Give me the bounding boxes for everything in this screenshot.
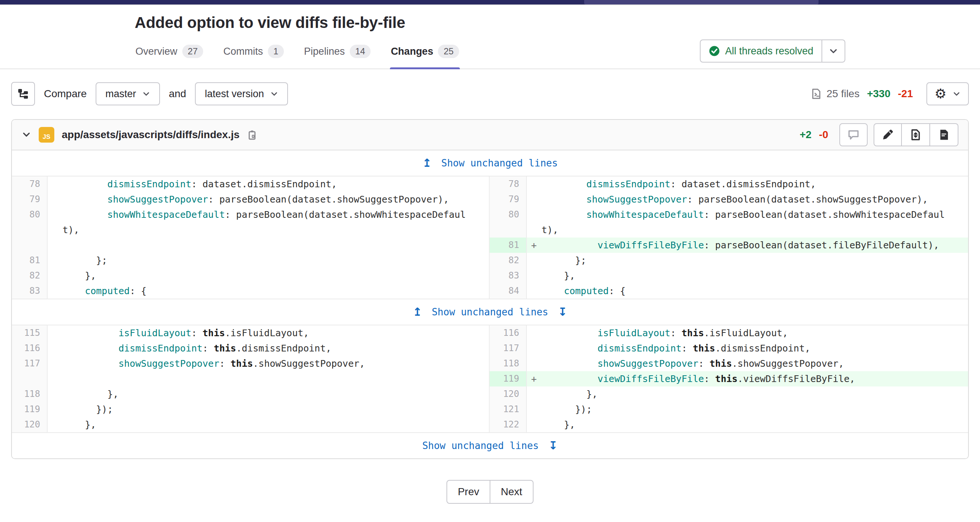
show-unchanged-lines-label[interactable]: Show unchanged lines [441, 158, 558, 169]
chevron-down-icon [953, 90, 961, 98]
target-version-dropdown[interactable]: latest version [195, 82, 288, 105]
old-code-cell: showSuggestPopover: this.showSuggestPopo… [47, 356, 489, 371]
diff-settings-dropdown[interactable]: ⚙ [926, 82, 969, 105]
new-code-cell: }, [527, 268, 969, 283]
old-line-number[interactable]: 116 [12, 341, 47, 356]
new-line-number[interactable]: 118 [489, 356, 527, 371]
expand-up-icon[interactable]: ↥ [422, 158, 431, 169]
new-line-number[interactable]: 122 [489, 417, 527, 433]
all-threads-resolved-button[interactable]: All threads resolved [700, 40, 822, 62]
new-line-number[interactable]: 119 [489, 371, 527, 386]
check-circle-icon [709, 45, 720, 57]
collapse-file-chevron-icon[interactable] [22, 130, 31, 140]
new-line-number[interactable]: 120 [489, 386, 527, 402]
file-tree-icon [17, 88, 29, 100]
old-line-number[interactable]: 118 [12, 386, 47, 402]
old-line-number[interactable]: 78 [12, 176, 47, 192]
diff-row-context: 119 });121 }); [12, 402, 968, 417]
toggle-comments-button[interactable] [839, 123, 868, 146]
new-line-number[interactable]: 82 [489, 253, 527, 268]
diff-row-context: 79 showSuggestPopover: parseBoolean(data… [12, 192, 968, 207]
new-code-cell: showSuggestPopover: parseBoolean(dataset… [527, 192, 969, 207]
view-file-button[interactable] [930, 123, 958, 146]
source-branch-dropdown[interactable]: master [95, 82, 160, 105]
expand-down-icon[interactable]: ↧ [558, 306, 567, 318]
new-line-number[interactable]: 121 [489, 402, 527, 417]
new-line-number[interactable]: 80 [489, 207, 527, 238]
old-line-number[interactable]: 82 [12, 268, 47, 283]
resolved-label: All threads resolved [725, 45, 813, 57]
tab-label: Changes [391, 46, 433, 57]
show-unchanged-lines-link[interactable]: ↥Show unchanged lines↧ [12, 299, 968, 325]
old-line-number[interactable]: 79 [12, 192, 47, 207]
source-branch-value: master [105, 88, 136, 100]
expand-lines-row: Show unchanged lines↧ [12, 433, 968, 458]
diff-row-context: 116 dismissEndpoint: this.dismissEndpoin… [12, 341, 968, 356]
parallel-diff-table: ↥Show unchanged lines78 dismissEndpoint:… [12, 150, 968, 458]
diff-row-context: 82 },83 }, [12, 268, 968, 283]
files-count: 25 files [811, 88, 859, 100]
new-code-cell: }; [527, 253, 969, 268]
old-line-number[interactable]: 80 [12, 207, 47, 238]
old-line-number[interactable]: 81 [12, 253, 47, 268]
expand-down-icon[interactable]: ↧ [549, 440, 558, 451]
diff-row-context: 118 },120 }, [12, 386, 968, 402]
new-line-number[interactable]: 81 [489, 238, 527, 253]
old-line-number[interactable]: 83 [12, 283, 47, 299]
total-additions: +330 [867, 88, 890, 100]
old-line-number[interactable]: 117 [12, 356, 47, 371]
new-line-number[interactable]: 78 [489, 176, 527, 192]
tab-changes[interactable]: Changes25 [390, 35, 460, 69]
old-code-cell: showWhitespaceDefault: parseBoolean(data… [47, 207, 489, 238]
file-code-icon [811, 88, 822, 99]
diff-row-context: 115 isFluidLayout: this.isFluidLayout,11… [12, 325, 968, 341]
compare-versions-icon [910, 129, 921, 141]
compare-versions-button[interactable] [902, 123, 930, 146]
show-unchanged-lines-link[interactable]: ↥Show unchanged lines [12, 150, 968, 176]
diff-file-header: JS app/assets/javascripts/diffs/index.js… [12, 120, 968, 150]
old-line-number[interactable]: 119 [12, 402, 47, 417]
show-unchanged-lines-label[interactable]: Show unchanged lines [422, 440, 539, 451]
show-unchanged-lines-link[interactable]: Show unchanged lines↧ [12, 433, 968, 458]
chevron-down-icon [270, 90, 278, 98]
diff-file-card: JS app/assets/javascripts/diffs/index.js… [11, 119, 969, 459]
old-line-number[interactable]: 120 [12, 417, 47, 433]
tab-count-badge: 14 [350, 45, 371, 58]
old-line-number[interactable]: 115 [12, 325, 47, 341]
expand-up-icon[interactable]: ↥ [413, 306, 422, 318]
copy-path-button[interactable] [246, 129, 258, 140]
diff-row-added: 81+ viewDiffsFileByFile: parseBoolean(da… [12, 238, 968, 253]
tab-pipelines[interactable]: Pipelines14 [303, 35, 371, 69]
new-code-cell: }, [527, 417, 969, 433]
resolved-dropdown-button[interactable] [822, 40, 845, 62]
new-line-number[interactable]: 117 [489, 341, 527, 356]
navbar-search-field[interactable] [584, 0, 819, 5]
file-path[interactable]: app/assets/javascripts/diffs/index.js [62, 129, 240, 141]
prev-file-button[interactable]: Prev [447, 480, 490, 504]
tab-count-badge: 1 [268, 45, 284, 58]
new-line-number[interactable]: 116 [489, 325, 527, 341]
new-line-number[interactable]: 84 [489, 283, 527, 299]
new-code-cell: showSuggestPopover: this.showSuggestPopo… [527, 356, 969, 371]
file-tree-toggle-button[interactable] [11, 82, 35, 106]
file-deletions: -0 [819, 129, 828, 141]
diff-row-context: 83 computed: {84 computed: { [12, 283, 968, 299]
addition-sign: + [531, 238, 537, 253]
show-unchanged-lines-label[interactable]: Show unchanged lines [431, 306, 548, 318]
tab-overview[interactable]: Overview27 [135, 35, 204, 69]
tab-count-badge: 25 [438, 45, 459, 58]
old-code-cell: }); [47, 402, 489, 417]
tab-count-badge: 27 [182, 45, 204, 58]
new-line-number[interactable]: 83 [489, 268, 527, 283]
next-file-button[interactable]: Next [490, 480, 533, 504]
new-line-number[interactable]: 79 [489, 192, 527, 207]
diff-row-context: 81 };82 }; [12, 253, 968, 268]
edit-file-button[interactable] [873, 123, 902, 146]
comment-icon [848, 129, 859, 141]
old-code-cell: }, [47, 386, 489, 402]
old-code-cell: showSuggestPopover: parseBoolean(dataset… [47, 192, 489, 207]
top-navbar [0, 0, 980, 5]
js-file-icon: JS [39, 127, 54, 143]
new-code-cell: }); [527, 402, 969, 417]
tab-commits[interactable]: Commits1 [223, 35, 285, 69]
